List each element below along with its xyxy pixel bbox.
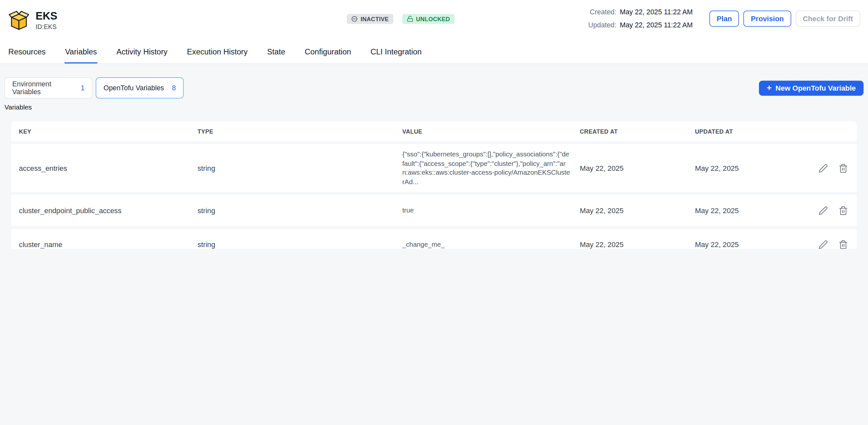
workspace-actions: Plan Provision Check for Drift	[709, 10, 860, 27]
variable-value: true	[402, 206, 580, 215]
unlocked-badge-label: UNLOCKED	[416, 15, 450, 22]
variables-content: Environment Variables 1 OpenTofu Variabl…	[0, 64, 868, 249]
table-row: cluster_name string _change_me_ May 22, …	[11, 229, 857, 249]
delete-variable-button[interactable]	[837, 205, 849, 216]
created-value: May 22, 2025 11:22 AM	[620, 8, 693, 16]
created-label: Created:	[590, 8, 617, 16]
edit-variable-button[interactable]	[817, 239, 829, 249]
variables-section-title: Variables	[5, 104, 864, 112]
variable-created-at: May 22, 2025	[580, 164, 695, 173]
tab-resources[interactable]: Resources	[8, 41, 46, 64]
variable-value: _change_me_	[402, 240, 580, 249]
minus-circle-icon	[351, 15, 358, 22]
workspace-tabnav: Resources Variables Activity History Exe…	[0, 41, 868, 64]
variable-type: string	[197, 240, 402, 249]
trash-icon	[838, 163, 848, 173]
pencil-icon	[818, 240, 828, 249]
workspace-title: EKS	[35, 11, 57, 23]
tab-cli-integration[interactable]: CLI Integration	[370, 41, 422, 64]
variables-table-body: access_entries string {"sso":{"kubernete…	[11, 144, 857, 249]
new-opentofu-variable-button[interactable]: + New OpenTofu Variable	[759, 81, 863, 95]
workspace-header: EKS ID:EKS INACTIVE UNLOCKED Created: Ma…	[0, 0, 868, 41]
updated-row: Updated: May 22, 2025 11:22 AM	[588, 21, 693, 29]
pencil-icon	[818, 206, 828, 215]
delete-variable-button[interactable]	[837, 162, 849, 174]
table-row: cluster_endpoint_public_access string tr…	[11, 195, 857, 226]
trash-icon	[838, 206, 848, 215]
variable-updated-at: May 22, 2025	[695, 164, 810, 173]
variable-key: cluster_name	[19, 240, 197, 249]
plan-button[interactable]: Plan	[709, 10, 739, 27]
variable-type: string	[197, 164, 402, 173]
row-actions	[810, 205, 849, 216]
check-for-drift-button[interactable]: Check for Drift	[795, 10, 860, 27]
created-row: Created: May 22, 2025 11:22 AM	[590, 8, 693, 16]
new-opentofu-variable-label: New OpenTofu Variable	[775, 84, 856, 92]
variable-type: string	[197, 206, 402, 215]
column-header-value: VALUE	[402, 128, 580, 134]
variable-key: cluster_endpoint_public_access	[19, 206, 197, 215]
tab-state[interactable]: State	[267, 41, 286, 64]
variable-key: access_entries	[19, 164, 197, 173]
inactive-badge-label: INACTIVE	[361, 15, 389, 22]
provision-button[interactable]: Provision	[744, 10, 791, 27]
status-badge-inactive: INACTIVE	[347, 14, 393, 24]
column-header-updated-at: UPDATED AT	[695, 128, 810, 134]
edit-variable-button[interactable]	[817, 205, 829, 216]
variables-table-header: KEY TYPE VALUE CREATED AT UPDATED AT	[11, 121, 857, 141]
variable-created-at: May 22, 2025	[580, 206, 695, 215]
opentofu-variables-label: OpenTofu Variables	[103, 84, 164, 92]
workspace-page: EKS ID:EKS INACTIVE UNLOCKED Created: Ma…	[0, 0, 868, 249]
tab-execution-history[interactable]: Execution History	[186, 41, 248, 64]
variable-created-at: May 22, 2025	[580, 240, 695, 249]
workspace-timestamps: Created: May 22, 2025 11:22 AM Updated: …	[588, 8, 693, 29]
column-header-type: TYPE	[197, 128, 402, 134]
workspace-brand: EKS ID:EKS	[8, 9, 57, 31]
trash-icon	[838, 240, 848, 249]
status-badge-unlocked: UNLOCKED	[402, 14, 455, 24]
environment-variables-count: 1	[81, 84, 85, 92]
opentofu-variables-count: 8	[172, 84, 176, 92]
workspace-title-block: EKS ID:EKS	[35, 11, 57, 30]
column-header-created-at: CREATED AT	[580, 128, 695, 134]
table-row: access_entries string {"sso":{"kubernete…	[11, 144, 857, 192]
row-actions	[810, 162, 849, 174]
edit-variable-button[interactable]	[817, 162, 829, 174]
pencil-icon	[818, 163, 828, 173]
plus-icon: +	[767, 84, 772, 92]
updated-value: May 22, 2025 11:22 AM	[620, 21, 693, 29]
variable-value: {"sso":{"kubernetes_groups":[],"policy_a…	[402, 150, 580, 186]
workspace-id: ID:EKS	[35, 24, 57, 30]
box-logo-icon	[8, 9, 30, 31]
column-header-key: KEY	[19, 128, 197, 134]
updated-label: Updated:	[588, 21, 617, 29]
status-badges: INACTIVE UNLOCKED	[347, 14, 455, 24]
delete-variable-button[interactable]	[837, 239, 849, 249]
unlock-icon	[407, 15, 413, 22]
opentofu-variables-pill[interactable]: OpenTofu Variables 8	[96, 77, 184, 98]
environment-variables-pill[interactable]: Environment Variables 1	[5, 77, 93, 98]
variables-table: KEY TYPE VALUE CREATED AT UPDATED AT acc…	[11, 121, 857, 249]
tab-configuration[interactable]: Configuration	[304, 41, 352, 64]
variable-updated-at: May 22, 2025	[695, 240, 810, 249]
variables-filter-row: Environment Variables 1 OpenTofu Variabl…	[5, 77, 864, 98]
tab-variables[interactable]: Variables	[64, 41, 97, 64]
environment-variables-label: Environment Variables	[12, 80, 81, 96]
variable-updated-at: May 22, 2025	[695, 206, 810, 215]
row-actions	[810, 239, 849, 249]
tab-activity-history[interactable]: Activity History	[116, 41, 168, 64]
